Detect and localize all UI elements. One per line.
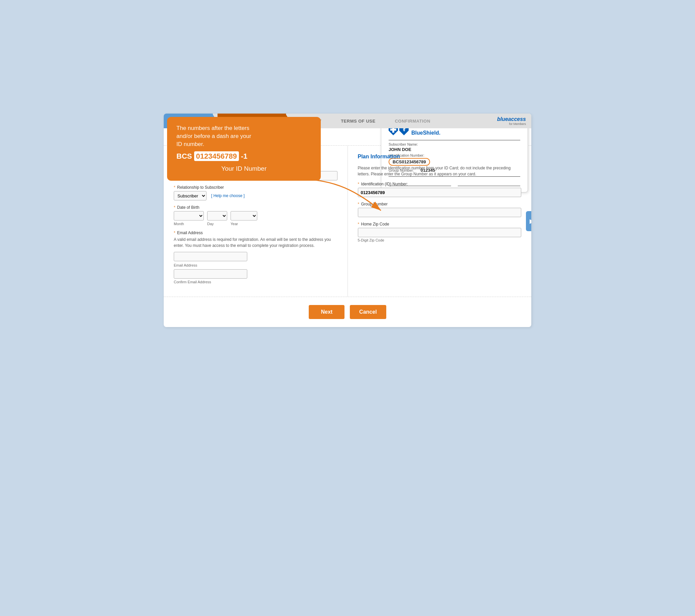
- outer-wrapper: The numbers after the letters and/or bef…: [164, 114, 531, 327]
- help-link[interactable]: [ Help me choose ]: [211, 193, 244, 198]
- tooltip-box: The numbers after the letters and/or bef…: [167, 117, 321, 181]
- blueaccess-sub: for Members: [509, 122, 526, 125]
- dob-label: * Date of Birth: [174, 205, 338, 210]
- email-group: * Email Address A valid email address is…: [174, 230, 338, 284]
- email-address-placeholder-label: Email Address: [174, 263, 338, 267]
- relationship-select[interactable]: Subscriber Spouse Dependent: [174, 191, 206, 201]
- id-number-label: * Identification (ID) Number:: [358, 182, 522, 186]
- confirm-email-input[interactable]: [174, 269, 247, 279]
- zip-input[interactable]: [358, 228, 522, 237]
- year-label: Year: [231, 222, 257, 226]
- group-number-group: * Group Number: [358, 202, 522, 217]
- day-label: Day: [207, 222, 227, 226]
- bottom-section: Next Cancel: [164, 297, 531, 327]
- svg-rect-1: [390, 129, 396, 131]
- zip-label: * Home Zip Code: [358, 222, 522, 226]
- dob-group: * Date of Birth Month: [174, 205, 338, 226]
- tooltip-line1: The numbers after the letters and/or bef…: [176, 124, 311, 148]
- next-button[interactable]: Next: [309, 305, 344, 319]
- confirm-email-placeholder-label: Confirm Email Address: [174, 280, 338, 284]
- blueaccess-logo: blueaccess for Members: [492, 114, 531, 128]
- id-label-tooltip: Your ID Number: [176, 164, 311, 173]
- tab-terms[interactable]: TERMS OF USE: [334, 114, 383, 128]
- email-label: * Email Address: [174, 230, 338, 235]
- zip-hint: 5-Digit Zip Code: [358, 238, 522, 242]
- day-select[interactable]: [207, 211, 227, 221]
- relationship-label: * Relationship to Subscriber: [174, 185, 338, 190]
- plan-desc: Please enter the identification number f…: [358, 165, 522, 177]
- id-number-highlight: 0123456789: [194, 151, 239, 161]
- month-select[interactable]: [174, 211, 204, 221]
- plan-info-title: Plan Information: [358, 154, 522, 160]
- email-desc: A valid email address is required for re…: [174, 237, 338, 249]
- right-panel: Plan Information Please enter the identi…: [348, 146, 531, 297]
- tab-confirmation[interactable]: CONFIRMATION: [388, 114, 438, 128]
- zip-group: * Home Zip Code 5-Digit Zip Code: [358, 222, 522, 242]
- month-label: Month: [174, 222, 204, 226]
- month-group: Month: [174, 211, 204, 226]
- blueaccess-text: blueaccess: [497, 116, 526, 122]
- id-number-group: * Identification (ID) Number:: [358, 182, 522, 197]
- relationship-group: * Relationship to Subscriber Subscriber …: [174, 185, 338, 201]
- group-number-input[interactable]: [358, 208, 522, 217]
- cancel-button[interactable]: Cancel: [350, 305, 386, 319]
- email-input[interactable]: [174, 252, 247, 261]
- year-group: Year: [231, 211, 257, 226]
- dob-row: Month Day Year: [174, 211, 338, 226]
- id-example: BCS 0123456789 -1: [176, 151, 311, 162]
- day-group: Day: [207, 211, 227, 226]
- year-select[interactable]: [231, 211, 257, 221]
- group-number-label: * Group Number: [358, 202, 522, 206]
- scroll-handle[interactable]: ▶: [526, 211, 531, 231]
- id-number-input[interactable]: [358, 188, 522, 197]
